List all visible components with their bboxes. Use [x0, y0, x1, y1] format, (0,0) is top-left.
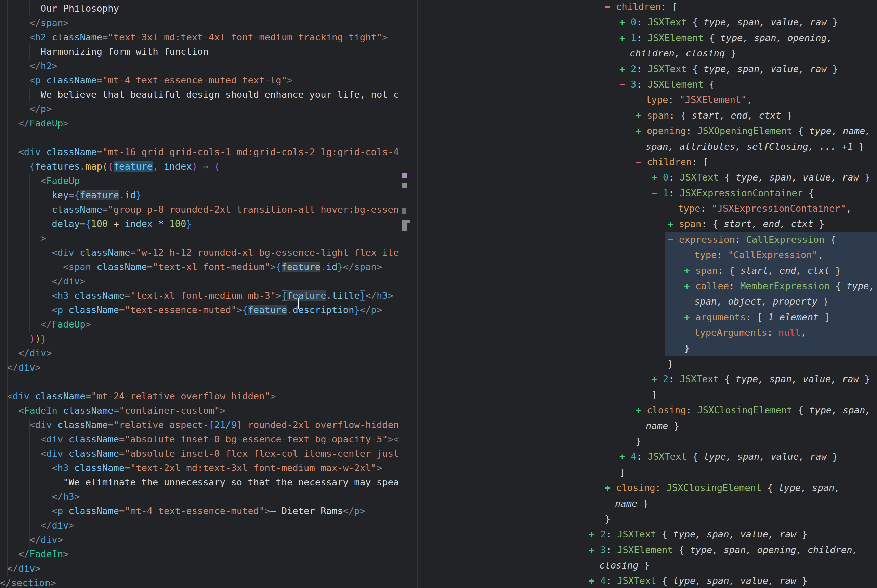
expand-icon[interactable]: +: [619, 449, 631, 464]
ast-line[interactable]: +1: JSXElement { type, span, opening,: [417, 30, 877, 45]
code-line[interactable]: </div>: [0, 346, 417, 360]
code-line[interactable]: >: [0, 231, 417, 246]
ast-line[interactable]: +0: JSXText { type, span, value, raw }: [417, 14, 877, 30]
code-line[interactable]: <p className="text-essence-muted">{featu…: [0, 303, 417, 317]
collapse-icon[interactable]: −: [605, 0, 616, 14]
code-editor-pane[interactable]: Our Philosophy</span><h2 className="text…: [0, 0, 417, 588]
collapse-icon[interactable]: −: [652, 185, 663, 201]
expand-icon[interactable]: +: [668, 216, 679, 231]
ast-line[interactable]: +2: JSXText { type, span, value, raw }: [417, 61, 877, 76]
code-line[interactable]: </FadeUp>: [0, 317, 417, 332]
code-line[interactable]: </FadeIn>: [0, 547, 417, 561]
code-line[interactable]: <div className="relative aspect-[21/9] r…: [0, 418, 417, 432]
ast-line[interactable]: −3: JSXElement {: [417, 76, 877, 92]
code-line[interactable]: Our Philosophy: [0, 2, 417, 16]
code-line[interactable]: </h2>: [0, 59, 417, 73]
ast-line[interactable]: +4: JSXText { type, span, value, raw }: [417, 449, 877, 464]
ast-line[interactable]: }: [417, 511, 877, 526]
code-line[interactable]: "We eliminate the unnecessary so that th…: [0, 475, 417, 489]
ast-line[interactable]: +span: { start, end, ctxt }: [417, 216, 877, 231]
ast-line[interactable]: }: [417, 356, 877, 371]
expand-icon[interactable]: +: [635, 402, 647, 418]
code-line[interactable]: </FadeUp>: [0, 116, 417, 130]
code-line[interactable]: className="group p-8 rounded-2xl transit…: [0, 202, 417, 217]
code-line[interactable]: ))}: [0, 332, 417, 346]
ast-line[interactable]: +callee: MemberExpression { type,: [417, 278, 877, 294]
code-line[interactable]: </section>: [0, 576, 417, 588]
code-line[interactable]: [0, 130, 417, 145]
ast-line[interactable]: name }: [417, 418, 877, 434]
ast-line[interactable]: −expression: CallExpression {: [417, 232, 877, 247]
code-line[interactable]: <div className="w-12 h-12 rounded-xl bg-…: [0, 246, 417, 260]
ast-line[interactable]: +opening: JSXOpeningElement { type, name…: [417, 123, 877, 138]
ast-line[interactable]: span, object, property }: [417, 294, 877, 309]
expand-icon[interactable]: +: [619, 61, 631, 76]
ast-line[interactable]: typeArguments: null,: [417, 325, 877, 340]
ast-line[interactable]: children, closing }: [417, 45, 877, 61]
ast-line[interactable]: −1: JSXExpressionContainer {: [417, 185, 877, 201]
code-line[interactable]: </h3>: [0, 489, 417, 504]
code-line[interactable]: <h3 className="text-2xl md:text-3xl font…: [0, 461, 417, 475]
code-line[interactable]: </div>: [0, 360, 417, 375]
code-line-current[interactable]: <h3 className="text-xl font-medium mb-3"…: [0, 288, 417, 303]
expand-icon[interactable]: +: [605, 480, 616, 495]
expand-icon[interactable]: +: [684, 278, 695, 294]
code-line[interactable]: key={feature.id}: [0, 188, 417, 202]
expand-icon[interactable]: +: [589, 526, 600, 542]
ast-line[interactable]: ]: [417, 465, 877, 480]
expand-icon[interactable]: +: [619, 14, 631, 30]
code-line[interactable]: delay={100 + index * 100}: [0, 217, 417, 231]
ast-explorer-pane[interactable]: −children: [+0: JSXText { type, span, va…: [417, 0, 877, 588]
expand-icon[interactable]: +: [635, 123, 647, 138]
expand-icon[interactable]: +: [589, 573, 600, 588]
ast-line[interactable]: +arguments: [ 1 element ]: [417, 309, 877, 325]
ast-line[interactable]: −children: [: [417, 154, 877, 170]
ast-line[interactable]: ]: [417, 387, 877, 402]
ast-line[interactable]: +2: JSXText { type, span, value, raw }: [417, 371, 877, 387]
code-line[interactable]: </div>: [0, 532, 417, 547]
code-line[interactable]: <div className="absolute inset-0 flex fl…: [0, 447, 417, 461]
code-line[interactable]: Harmonizing form with function: [0, 45, 417, 59]
ast-line[interactable]: +4: JSXText { type, span, value, raw }: [417, 573, 877, 588]
code-line[interactable]: </div>: [0, 518, 417, 532]
ast-line[interactable]: type: "JSXExpressionContainer",: [417, 201, 877, 216]
expand-icon[interactable]: +: [619, 30, 631, 45]
collapse-icon[interactable]: −: [619, 76, 631, 92]
code-line[interactable]: <p className="mt-4 text-essence-muted te…: [0, 73, 417, 87]
code-line[interactable]: <div className="mt-16 grid grid-cols-1 m…: [0, 145, 417, 159]
ast-line[interactable]: +0: JSXText { type, span, value, raw }: [417, 170, 877, 185]
collapse-icon[interactable]: −: [668, 232, 679, 247]
code-line[interactable]: <FadeIn className="container-custom">: [0, 404, 417, 418]
expand-icon[interactable]: +: [589, 542, 600, 558]
code-line[interactable]: </p>: [0, 102, 417, 116]
ast-line[interactable]: +3: JSXElement { type, span, opening, ch…: [417, 542, 877, 558]
expand-icon[interactable]: +: [652, 371, 663, 387]
code-line[interactable]: <div className="mt-24 relative overflow-…: [0, 389, 417, 404]
collapse-icon[interactable]: −: [635, 154, 647, 170]
ast-line[interactable]: type: "JSXElement",: [417, 92, 877, 107]
expand-icon[interactable]: +: [684, 309, 695, 325]
ast-line[interactable]: name }: [417, 496, 877, 511]
ast-line[interactable]: }: [417, 434, 877, 449]
ast-line[interactable]: +2: JSXText { type, span, value, raw }: [417, 526, 877, 542]
ast-line[interactable]: +span: { start, end, ctxt }: [417, 108, 877, 123]
ast-line[interactable]: span, attributes, selfClosing, ... +1 }: [417, 139, 877, 154]
code-line[interactable]: <FadeUp: [0, 174, 417, 188]
code-line[interactable]: We believe that beautiful design should …: [0, 87, 417, 102]
ast-line[interactable]: type: "CallExpression",: [417, 247, 877, 262]
expand-icon[interactable]: +: [635, 108, 647, 123]
code-line[interactable]: {features.map((feature, index) ⇒ (: [0, 159, 417, 174]
code-line[interactable]: </span>: [0, 16, 417, 30]
code-line[interactable]: <h2 className="text-3xl md:text-4xl font…: [0, 30, 417, 45]
expand-icon[interactable]: +: [684, 263, 695, 278]
code-line[interactable]: <span className="text-xl font-medium">{f…: [0, 260, 417, 274]
ast-line[interactable]: +closing: JSXClosingElement { type, span…: [417, 480, 877, 495]
code-line[interactable]: <div className="absolute inset-0 bg-esse…: [0, 432, 417, 447]
code-line[interactable]: <p className="mt-4 text-essence-muted">—…: [0, 504, 417, 518]
ast-line[interactable]: +span: { start, end, ctxt }: [417, 263, 877, 278]
ast-line[interactable]: }: [417, 340, 877, 356]
ast-line[interactable]: +closing: JSXClosingElement { type, span…: [417, 402, 877, 418]
expand-icon[interactable]: +: [652, 170, 663, 185]
code-line[interactable]: </div>: [0, 561, 417, 576]
code-line[interactable]: [0, 375, 417, 389]
